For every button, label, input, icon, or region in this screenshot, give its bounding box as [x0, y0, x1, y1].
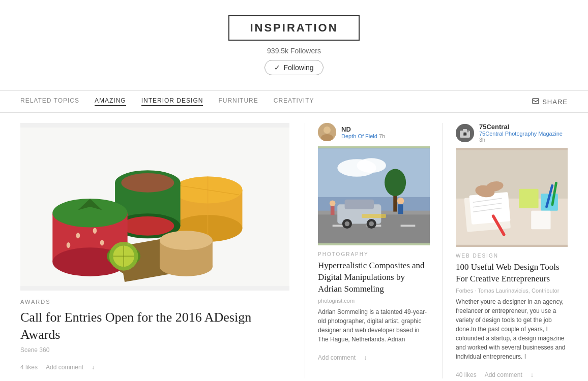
followers-count: 939.5k Followers: [0, 47, 588, 55]
related-topics-label: RELATED TOPICS: [20, 97, 79, 106]
topic-creativity[interactable]: CREATIVITY: [274, 97, 314, 106]
card-large: AWARDS Call for Entries Open for the 201…: [20, 123, 305, 378]
svg-point-45: [385, 169, 406, 196]
svg-rect-47: [345, 200, 374, 209]
topic-amazing[interactable]: AMAZING: [95, 97, 126, 106]
svg-rect-53: [398, 204, 403, 214]
svg-point-33: [324, 126, 331, 134]
share-button[interactable]: SHARE: [532, 98, 568, 106]
large-card-comment[interactable]: Add comment: [46, 364, 83, 371]
large-card-comment-arrow: ↓: [92, 364, 95, 371]
svg-point-54: [330, 201, 335, 206]
mid-author-row: ND Depth Of Field 7h: [318, 123, 430, 141]
share-label: SHARE: [542, 98, 568, 106]
svg-rect-66: [469, 192, 510, 225]
card-right: 75Central 75Central Photography Magazine…: [443, 123, 568, 378]
svg-rect-55: [331, 206, 335, 215]
cards-right-cols: ND Depth Of Field 7h: [305, 123, 568, 378]
right-author-name: 75Central: [479, 123, 568, 131]
svg-rect-36: [318, 148, 430, 197]
right-channel-link[interactable]: 75Central Photography Magazine: [479, 131, 563, 137]
large-card-source: Scene 360: [20, 346, 289, 354]
mid-card-comment[interactable]: Add comment: [318, 354, 356, 361]
svg-rect-73: [519, 189, 538, 208]
large-card-likes[interactable]: 4 likes: [20, 364, 38, 371]
mid-author-name: ND: [341, 125, 385, 133]
mid-card-image: [318, 146, 430, 245]
large-card-footer: 4 likes Add comment ↓: [20, 364, 289, 371]
large-card-title[interactable]: Call for Entries Open for the 2016 ADesi…: [20, 309, 289, 343]
mid-author-time: 7h: [379, 133, 385, 139]
svg-point-19: [100, 240, 104, 245]
nav-bar: RELATED TOPICS AMAZING INTERIOR DESIGN F…: [0, 90, 588, 113]
right-card-likes[interactable]: 40 likes: [456, 371, 477, 378]
right-author-info: 75Central 75Central Photography Magazine…: [479, 123, 568, 143]
svg-point-17: [93, 228, 97, 234]
share-icon: [532, 98, 539, 105]
right-author-time: 3h: [479, 137, 485, 143]
svg-rect-43: [401, 225, 416, 227]
following-label: Following: [283, 64, 313, 72]
page-title: INSPIRATION: [228, 15, 359, 41]
right-card-tag: WEB DESIGN: [456, 253, 568, 259]
svg-point-12: [121, 216, 174, 236]
mid-card-footer: Add comment ↓: [318, 354, 430, 361]
svg-rect-0: [533, 99, 539, 104]
right-card-desc: Whether youre a designer in an agency, f…: [456, 297, 568, 361]
topics-nav: RELATED TOPICS AMAZING INTERIOR DESIGN F…: [20, 97, 314, 106]
right-card-comment[interactable]: Add comment: [485, 371, 522, 378]
svg-rect-61: [463, 129, 467, 131]
mid-card-desc: Adrian Sommeling is a talented 49-year-o…: [318, 307, 430, 344]
svg-point-31: [160, 231, 213, 250]
right-card-footer: 40 likes Add comment ↓: [456, 371, 568, 378]
large-card-category: AWARDS: [20, 299, 289, 305]
page-header: INSPIRATION 939.5k Followers ✓ Following: [0, 0, 588, 83]
content-area: AWARDS Call for Entries Open for the 201…: [0, 123, 588, 378]
right-card-image: [456, 148, 568, 247]
topic-furniture[interactable]: FURNITURE: [218, 97, 258, 106]
following-button[interactable]: ✓ Following: [264, 60, 323, 75]
svg-point-11: [121, 173, 174, 193]
mid-card-byline: photogrist.com: [318, 298, 430, 304]
svg-point-62: [467, 131, 469, 132]
svg-point-38: [357, 158, 386, 173]
large-card-image: [20, 123, 289, 291]
right-card-comment-arrow: ↓: [531, 371, 534, 378]
topic-interior-design[interactable]: INTERIOR DESIGN: [141, 97, 203, 106]
mid-channel-link[interactable]: Depth Of Field: [341, 133, 379, 139]
svg-point-16: [76, 233, 80, 238]
right-card-byline: Forbes · Tomas Laurinavicius, Contributo…: [456, 288, 568, 294]
svg-rect-56: [362, 214, 386, 218]
mid-author-info: ND Depth Of Field 7h: [341, 125, 385, 139]
svg-point-52: [397, 198, 404, 204]
checkmark-icon: ✓: [274, 64, 280, 72]
right-author-channel: 75Central Photography Magazine 3h: [479, 131, 568, 143]
svg-rect-75: [531, 211, 550, 229]
mid-author-channel: Depth Of Field 7h: [341, 133, 385, 139]
card-mid: ND Depth Of Field 7h: [305, 123, 443, 378]
mid-card-comment-arrow: ↓: [364, 354, 367, 361]
mid-author-avatar: [318, 123, 336, 141]
svg-point-51: [369, 221, 374, 227]
svg-point-60: [464, 133, 466, 135]
mid-card-tag: PHOTOGRAPHY: [318, 251, 430, 257]
cards-right: ND Depth Of Field 7h: [305, 123, 568, 378]
right-author-row: 75Central 75Central Photography Magazine…: [456, 123, 568, 143]
right-card-title[interactable]: 100 Useful Web Design Tools For Creative…: [456, 262, 568, 285]
mid-card-title[interactable]: Hyperrealistic Composites and Digital Ma…: [318, 260, 430, 295]
right-author-avatar: [456, 124, 474, 142]
svg-point-49: [345, 221, 350, 227]
svg-point-18: [67, 242, 71, 248]
